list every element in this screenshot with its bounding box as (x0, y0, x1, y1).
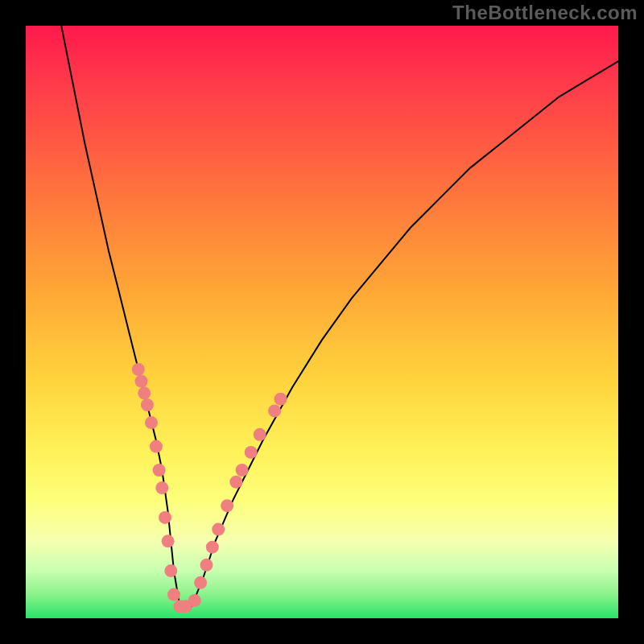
marker-dot (206, 541, 219, 554)
marker-dot (200, 559, 213, 572)
marker-dot (132, 363, 145, 376)
chart-frame: TheBottleneck.com (0, 0, 644, 644)
marker-dot (229, 476, 242, 489)
curve-svg (26, 26, 618, 618)
marker-dot (245, 446, 258, 459)
highlighted-points (132, 363, 287, 613)
marker-dot (162, 535, 175, 547)
marker-dot (194, 576, 207, 589)
watermark-text: TheBottleneck.com (452, 2, 638, 24)
marker-dot (188, 594, 201, 607)
marker-dot (138, 386, 151, 399)
marker-dot (164, 564, 177, 577)
marker-dot (135, 375, 148, 388)
marker-dot (167, 588, 180, 601)
marker-dot (155, 481, 168, 494)
marker-dot (150, 440, 163, 453)
marker-dot (141, 398, 154, 411)
marker-dot (212, 523, 225, 536)
marker-dot (159, 511, 171, 524)
marker-dot (254, 428, 266, 441)
marker-dot (236, 464, 249, 477)
marker-dot (153, 464, 166, 477)
marker-dot (145, 416, 158, 429)
marker-dot (275, 393, 287, 406)
bottleneck-curve (61, 26, 618, 606)
plot-area (26, 26, 618, 618)
marker-dot (221, 499, 233, 512)
marker-dot (268, 404, 281, 417)
